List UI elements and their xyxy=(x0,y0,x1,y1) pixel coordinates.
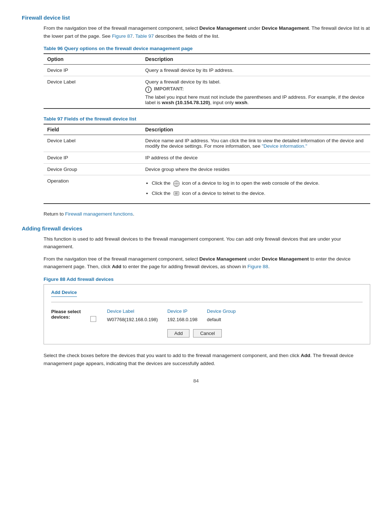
table96-header-desc: Description xyxy=(142,54,370,65)
svg-rect-6 xyxy=(175,192,178,195)
device-checkbox-cell[interactable] xyxy=(88,315,105,324)
add-device-form: Please selectdevices: Device Label Devic… xyxy=(51,307,363,337)
section2-footer: Select the check boxes before the device… xyxy=(44,352,370,367)
table97-header-desc: Description xyxy=(142,124,370,135)
important-label: IMPORTANT: xyxy=(154,86,184,91)
section1-body: From the navigation tree of the firewall… xyxy=(44,24,370,40)
important-box: i IMPORTANT: xyxy=(145,86,367,93)
table-row: Device IP IP address of the device xyxy=(44,152,370,164)
s2-bold2: Device Management xyxy=(262,256,309,262)
figure87-link[interactable]: Figure 87 xyxy=(112,33,132,39)
row2-desc: Query a firewall device by its label. i … xyxy=(142,76,370,109)
figure88-title: Figure 88 Add firewall devices xyxy=(44,277,370,282)
t97-row4-field: Operation xyxy=(44,175,142,204)
device-info-link[interactable]: "Device information." xyxy=(262,143,307,149)
page-number: 84 xyxy=(22,378,370,384)
table-row: Device Group Device group where the devi… xyxy=(44,164,370,175)
svg-point-4 xyxy=(176,183,177,184)
table-row: Device IP Query a firewall device by its… xyxy=(44,65,370,76)
important-icon: i xyxy=(145,86,152,93)
firewall-mgmt-link[interactable]: Firewall management functions xyxy=(65,211,133,217)
t97-row4-desc: Click the icon of a device to log in to … xyxy=(142,175,370,204)
add-cancel-buttons: Add Cancel xyxy=(146,329,243,337)
section1-title: Firewall device list xyxy=(22,15,370,21)
table97-link[interactable]: Table 97 xyxy=(135,33,154,39)
example-bold1: wxsh (10.154.78.120) xyxy=(162,100,210,105)
device-label-cell: W07768(192.168.0.198) xyxy=(105,315,165,324)
body1-tail: describes the fields of the list. xyxy=(154,33,220,39)
operation-bullet1: Click the icon of a device to log in to … xyxy=(152,180,367,187)
col-device-ip-header: Device IP xyxy=(165,307,205,315)
table97-title: Table 97 Fields of the firewall device l… xyxy=(44,116,370,122)
table-row: Device Label Query a firewall device by … xyxy=(44,76,370,109)
table-row: Device Label Device name and IP address.… xyxy=(44,135,370,152)
body1-dot: . xyxy=(132,33,135,39)
please-select-label: Please selectdevices: xyxy=(51,307,81,320)
body1-bold2: Device Management xyxy=(262,25,309,31)
telnet-icon xyxy=(173,191,180,197)
col-device-group-header: Device Group xyxy=(205,307,243,315)
device-group-cell: default xyxy=(205,315,243,324)
row2-line2: The label you input here must not includ… xyxy=(145,94,367,105)
section2-body2: From the navigation tree of the firewall… xyxy=(44,255,370,271)
body1-under: under xyxy=(246,25,262,31)
s2-bold1: Device Management xyxy=(199,256,246,262)
return-text: Return to Firewall management functions. xyxy=(44,211,370,217)
row2-field: Device Label xyxy=(44,76,142,109)
body1-text: From the navigation tree of the firewall… xyxy=(44,25,199,31)
row2-line1: Query a firewall device by its label. xyxy=(145,79,367,85)
add-button[interactable]: Add xyxy=(167,329,189,337)
device-table-header-row: Device Label Device IP Device Group xyxy=(88,307,243,315)
row1-field: Device IP xyxy=(44,65,142,76)
add-device-box-title: Add Device xyxy=(51,290,77,297)
col-device-label-header: Device Label xyxy=(105,307,165,315)
figure88-link[interactable]: Figure 88 xyxy=(248,264,268,269)
device-table-wrapper: Device Label Device IP Device Group W077… xyxy=(88,307,243,337)
web-console-icon xyxy=(173,180,180,187)
figure88-container: Add Device Please selectdevices: Device … xyxy=(44,284,370,344)
t97-row1-field: Device Label xyxy=(44,135,142,152)
example-bold2: wxsh xyxy=(235,100,248,105)
section2-body1: This function is used to add firewall de… xyxy=(44,235,370,251)
table97: Field Description Device Label Device na… xyxy=(44,124,370,204)
table-row: Operation Click the icon of a device to … xyxy=(44,175,370,204)
device-row: W07768(192.168.0.198) 192.168.0.198 defa… xyxy=(88,315,243,324)
t97-row2-desc: IP address of the device xyxy=(142,152,370,164)
section2-title: Adding firewall devices xyxy=(22,225,370,232)
s2-bold3: Add xyxy=(112,264,121,269)
t97-row1-desc: Device name and IP address. You can clic… xyxy=(142,135,370,152)
device-checkbox[interactable] xyxy=(90,316,96,322)
table96: Option Description Device IP Query a fir… xyxy=(44,53,370,109)
cancel-button[interactable]: Cancel xyxy=(193,329,221,337)
t97-row2-field: Device IP xyxy=(44,152,142,164)
t97-row3-field: Device Group xyxy=(44,164,142,175)
operation-bullet2: Click the icon of a device to telnet to … xyxy=(152,190,367,197)
figure88-box: Add Device Please selectdevices: Device … xyxy=(44,284,370,344)
table96-title: Table 96 Query options on the firewall d… xyxy=(44,46,370,51)
device-ip-cell: 192.168.0.198 xyxy=(165,315,205,324)
body1-bold1: Device Management xyxy=(199,25,246,31)
footer-bold-add: Add xyxy=(301,353,310,358)
device-inner-table: Device Label Device IP Device Group W077… xyxy=(88,307,243,324)
t97-row3-desc: Device group where the device resides xyxy=(142,164,370,175)
col-check xyxy=(88,307,105,315)
table97-header-field: Field xyxy=(44,124,142,135)
table96-header-option: Option xyxy=(44,54,142,65)
row1-desc: Query a firewall device by its IP addres… xyxy=(142,65,370,76)
